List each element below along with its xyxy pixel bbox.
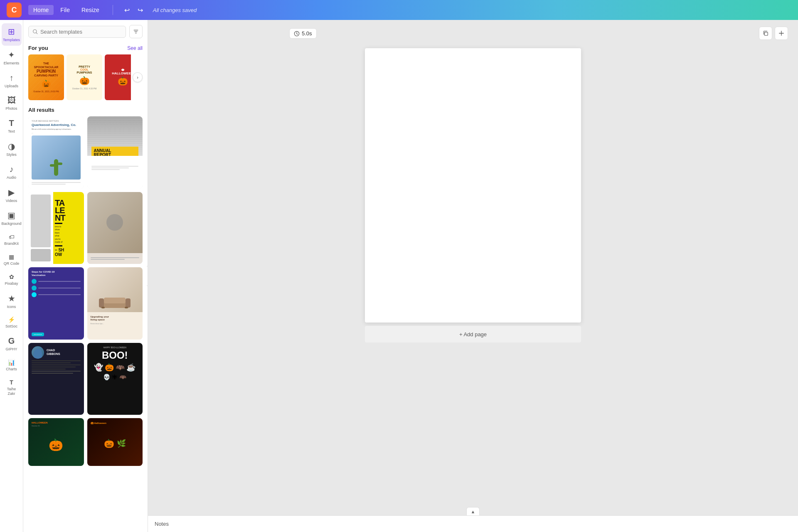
nav-file[interactable]: File: [55, 5, 75, 15]
template-grid: YOUR MESSAGE MATTERS Quarkwood Advertisi…: [28, 116, 143, 466]
sidebar-item-uploads[interactable]: ↑ Uploads: [2, 70, 22, 92]
all-results-title: All results: [28, 107, 54, 113]
for-you-see-all[interactable]: See all: [127, 45, 143, 51]
canvas-add-button[interactable]: [775, 27, 788, 40]
svg-rect-6: [50, 164, 55, 167]
sidebar-item-label-elements: Elements: [4, 61, 20, 66]
canvas-copy-button[interactable]: [759, 27, 772, 40]
audio-icon: ♪: [10, 165, 14, 174]
uploads-icon: ↑: [10, 73, 14, 83]
sidebar-item-audio[interactable]: ♪ Audio: [2, 161, 22, 183]
sidebar-item-photos[interactable]: 🖼 Photos: [2, 92, 22, 114]
templates-scroll: For you See all THE SPOOKTACULAR PUMPKIN…: [23, 42, 148, 532]
topbar-divider: [113, 5, 113, 15]
carousel-item-1[interactable]: THE SPOOKTACULAR PUMPKIN CARVING PARTY 🎃…: [28, 54, 64, 100]
notes-label: Notes: [155, 521, 169, 527]
history-controls: ↩ ↪: [121, 4, 146, 16]
brand-icon: 🏷: [9, 234, 15, 240]
sidebar-item-background[interactable]: ▣ Background: [2, 207, 22, 229]
canvas-area: 5.0s + Add page Notes: [148, 20, 798, 532]
sidebar-item-label-videos: Videos: [6, 199, 17, 203]
redo-button[interactable]: ↪: [135, 4, 146, 16]
sidebar-item-text[interactable]: T Text: [2, 115, 22, 137]
canvas-page: [365, 48, 581, 323]
svg-rect-7: [57, 163, 62, 165]
templates-icon: ⊞: [8, 27, 15, 37]
sidebar-item-label-taihe: Taihe Zakr: [3, 387, 20, 396]
canvas-toolbar: [759, 27, 788, 40]
nav-home[interactable]: Home: [28, 5, 54, 15]
sidebar-item-taihe[interactable]: T Taihe Zakr: [2, 376, 22, 399]
sidebar-item-giphy[interactable]: G GIPHY: [2, 333, 22, 355]
sidebar-item-qrcode[interactable]: ▦ QR Code: [2, 250, 22, 269]
copy-icon: [763, 30, 768, 36]
icons-icon: ★: [8, 293, 15, 303]
carousel-items: THE SPOOKTACULAR PUMPKIN CARVING PARTY 🎃…: [28, 54, 131, 100]
sidebar-item-icons[interactable]: ★ Icons: [2, 290, 22, 313]
template-card-motivational[interactable]: [87, 192, 143, 264]
sidebar-item-label-text: Text: [8, 129, 15, 134]
sidebar-item-label-styles: Styles: [6, 153, 17, 157]
for-you-title: For you: [28, 45, 48, 51]
sidebar-item-label-photos: Photos: [5, 106, 17, 111]
sotsoc-icon: ⚡: [8, 316, 15, 323]
sidebar-item-brand[interactable]: 🏷 BrandKit: [2, 230, 22, 249]
app-logo: C: [7, 2, 22, 17]
charts-icon: 📊: [8, 359, 15, 366]
svg-line-1: [36, 32, 37, 34]
sofa-illustration: [98, 294, 131, 309]
sidebar-item-label-charts: Charts: [6, 367, 17, 372]
sidebar-item-label-audio: Audio: [7, 175, 16, 180]
template-card-chad[interactable]: CHADGIBBONS: [28, 343, 84, 415]
svg-rect-9: [99, 298, 104, 308]
notes-bar: Notes: [148, 515, 798, 532]
svg-line-16: [297, 34, 298, 34]
topbar-nav: Home File Resize: [28, 5, 104, 15]
sidebar-item-pixabay[interactable]: ✿ Pixabay: [2, 270, 22, 289]
template-card-interior[interactable]: Upgrading yourliving space Home decor ti…: [87, 267, 143, 340]
pixabay-icon: ✿: [9, 273, 14, 280]
template-card-talent[interactable]: TALENT time toshowthemwhatyou'remade of …: [28, 192, 84, 264]
sidebar-item-sotsoc[interactable]: ⚡ SotSoc: [2, 313, 22, 332]
timer-value: 5.0s: [302, 30, 312, 37]
timer-badge: 5.0s: [289, 28, 317, 39]
template-card-quarkwood[interactable]: YOUR MESSAGE MATTERS Quarkwood Advertisi…: [28, 116, 84, 189]
template-card-covid[interactable]: Steps for COVID-19Vaccination: [28, 267, 84, 340]
sidebar-item-elements[interactable]: ✦ Elements: [2, 47, 22, 69]
sidebar-item-videos[interactable]: ▶ Videos: [2, 184, 22, 207]
templates-panel: For you See all THE SPOOKTACULAR PUMPKIN…: [23, 20, 148, 532]
sidebar-item-templates[interactable]: ⊞ Templates: [2, 23, 22, 46]
all-results-header: All results: [28, 107, 143, 113]
for-you-header: For you See all: [28, 45, 143, 51]
undo-button[interactable]: ↩: [121, 4, 133, 16]
carousel-item-3[interactable]: 🕷 HALLOWEEN 🎃: [105, 54, 131, 100]
svg-rect-17: [764, 32, 768, 35]
nav-resize[interactable]: Resize: [76, 5, 104, 15]
add-page-button[interactable]: + Add page: [365, 326, 581, 342]
template-card-halloween-boo[interactable]: HAPPY BOO-LLOWEEN BOO! 👻 🎃 🦇 ☕ 💀 🕷: [87, 343, 143, 415]
sidebar-item-label-sotsoc: SotSoc: [5, 324, 17, 329]
carousel-next-button[interactable]: ›: [133, 72, 143, 82]
notes-expand-button[interactable]: ▲: [466, 507, 480, 515]
background-icon: ▣: [7, 210, 15, 220]
template-card-halloween3[interactable]: HALLOWEEN October 31 🎃: [28, 418, 84, 466]
carousel-item-2[interactable]: PRETTY COOL PUMPKINS 🎃 October 31, 2021 …: [66, 54, 102, 100]
sidebar-item-styles[interactable]: ◑ Styles: [2, 138, 22, 160]
svg-rect-13: [125, 307, 128, 308]
svg-rect-12: [101, 307, 105, 308]
filter-icon: [133, 29, 139, 34]
sidebar-item-charts[interactable]: 📊 Charts: [2, 356, 22, 375]
sidebar-item-label-icons: Icons: [7, 305, 16, 309]
videos-icon: ▶: [8, 187, 15, 197]
icon-sidebar: ⊞ Templates ✦ Elements ↑ Uploads 🖼 Photo…: [0, 20, 23, 532]
template-card-halloween4[interactable]: 🎃 Halloween 🎃 🌿: [87, 418, 143, 466]
template-card-annual[interactable]: ANNUAL REPORT 2021: [87, 116, 143, 189]
filter-button[interactable]: [129, 25, 143, 38]
search-input-wrap[interactable]: [28, 26, 126, 38]
text-icon: T: [9, 118, 14, 128]
search-input[interactable]: [40, 29, 121, 35]
qrcode-icon: ▦: [9, 254, 14, 260]
sidebar-item-label-background: Background: [1, 222, 21, 226]
photos-icon: 🖼: [7, 96, 16, 105]
search-icon: [33, 29, 38, 34]
